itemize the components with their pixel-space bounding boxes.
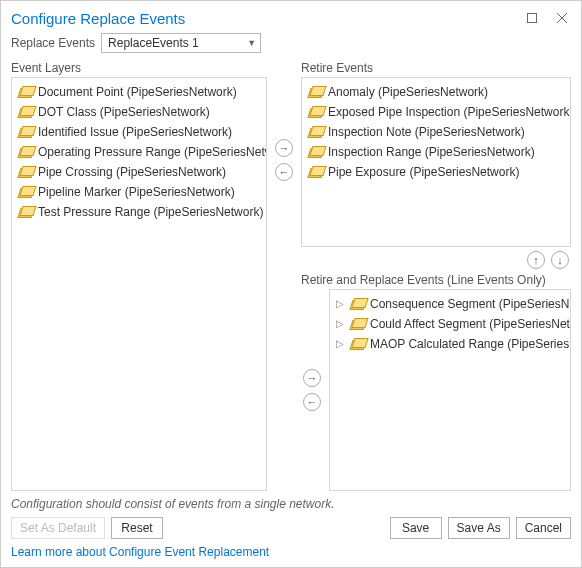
close-button[interactable] — [547, 8, 577, 28]
learn-more-link[interactable]: Learn more about Configure Event Replace… — [11, 545, 269, 559]
list-item[interactable]: Document Point (PipeSeriesNetwork) — [14, 82, 264, 102]
layer-icon — [18, 106, 32, 118]
list-item[interactable]: Exposed Pipe Inspection (PipeSeriesNetwo… — [304, 102, 568, 122]
list-item-label: MAOP Calculated Range (PipeSeriesNetwork… — [370, 336, 571, 352]
layer-icon — [308, 126, 322, 138]
layer-icon — [308, 146, 322, 158]
expand-icon[interactable]: ▷ — [336, 316, 344, 332]
set-default-button[interactable]: Set As Default — [11, 517, 105, 539]
retire-events-header: Retire Events — [301, 61, 571, 77]
event-layers-listbox[interactable]: Document Point (PipeSeriesNetwork)DOT Cl… — [11, 77, 267, 491]
list-item-label: Could Affect Segment (PipeSeriesNetwork) — [370, 316, 571, 332]
helper-text: Configuration should consist of events f… — [1, 491, 581, 515]
list-item[interactable]: Test Pressure Range (PipeSeriesNetwork) — [14, 202, 264, 222]
arrow-up-icon: ↑ — [533, 255, 539, 266]
event-layers-header: Event Layers — [11, 61, 267, 77]
right-column: Retire Events Anomaly (PipeSeriesNetwork… — [301, 61, 571, 491]
dialog-title: Configure Replace Events — [11, 10, 517, 27]
arrow-right-icon: → — [307, 373, 318, 384]
layer-icon — [308, 106, 322, 118]
list-item-label: Inspection Range (PipeSeriesNetwork) — [328, 144, 535, 160]
maximize-button[interactable] — [517, 8, 547, 28]
layer-icon — [18, 126, 32, 138]
save-button[interactable]: Save — [390, 517, 442, 539]
list-item[interactable]: ▷MAOP Calculated Range (PipeSeriesNetwor… — [332, 334, 568, 354]
list-item[interactable]: Pipe Crossing (PipeSeriesNetwork) — [14, 162, 264, 182]
list-item[interactable]: ▷Could Affect Segment (PipeSeriesNetwork… — [332, 314, 568, 334]
list-item[interactable]: Pipe Exposure (PipeSeriesNetwork) — [304, 162, 568, 182]
layer-icon — [18, 86, 32, 98]
move-left-button[interactable]: ← — [275, 163, 293, 181]
layer-icon — [18, 206, 32, 218]
main-panes: Event Layers Document Point (PipeSeriesN… — [1, 61, 581, 491]
retire-events-listbox[interactable]: Anomaly (PipeSeriesNetwork)Exposed Pipe … — [301, 77, 571, 247]
maximize-icon — [527, 13, 537, 23]
transfer-arrows-bottom: → ← — [301, 289, 323, 491]
move-down-button[interactable]: ↓ — [551, 251, 569, 269]
replace-events-label: Replace Events — [11, 36, 95, 50]
list-item[interactable]: Operating Pressure Range (PipeSeriesNetw… — [14, 142, 264, 162]
arrow-left-icon: ← — [307, 397, 318, 408]
transfer-arrows-top: → ← — [273, 61, 295, 491]
list-item[interactable]: Inspection Range (PipeSeriesNetwork) — [304, 142, 568, 162]
layer-icon — [308, 166, 322, 178]
list-item-label: Exposed Pipe Inspection (PipeSeriesNetwo… — [328, 104, 571, 120]
list-item[interactable]: Identified Issue (PipeSeriesNetwork) — [14, 122, 264, 142]
event-layers-column: Event Layers Document Point (PipeSeriesN… — [11, 61, 267, 491]
layer-icon — [18, 166, 32, 178]
retire-replace-row: → ← ▷Consequence Segment (PipeSeriesNetw… — [301, 289, 571, 491]
list-item[interactable]: Inspection Note (PipeSeriesNetwork) — [304, 122, 568, 142]
arrow-down-icon: ↓ — [557, 255, 563, 266]
list-item-label: DOT Class (PipeSeriesNetwork) — [38, 104, 210, 120]
footer-buttons: Set As Default Reset Save Save As Cancel — [1, 515, 581, 545]
move-left-button-2[interactable]: ← — [303, 393, 321, 411]
configure-replace-events-dialog: Configure Replace Events Replace Events … — [0, 0, 582, 568]
list-item[interactable]: Anomaly (PipeSeriesNetwork) — [304, 82, 568, 102]
replace-events-combobox[interactable]: ReplaceEvents 1 ▼ — [101, 33, 261, 53]
replace-events-selected: ReplaceEvents 1 — [108, 36, 199, 50]
layer-icon — [18, 186, 32, 198]
move-right-button[interactable]: → — [275, 139, 293, 157]
layer-icon — [350, 298, 364, 310]
list-item-label: Anomaly (PipeSeriesNetwork) — [328, 84, 488, 100]
retire-replace-header: Retire and Replace Events (Line Events O… — [301, 273, 571, 289]
list-item-label: Pipeline Marker (PipeSeriesNetwork) — [38, 184, 235, 200]
chevron-down-icon: ▼ — [247, 38, 256, 48]
expand-icon[interactable]: ▷ — [336, 296, 344, 312]
list-item-label: Operating Pressure Range (PipeSeriesNetw… — [38, 144, 267, 160]
list-item-label: Pipe Crossing (PipeSeriesNetwork) — [38, 164, 226, 180]
retire-replace-listbox[interactable]: ▷Consequence Segment (PipeSeriesNetwork)… — [329, 289, 571, 491]
svg-rect-0 — [528, 14, 537, 23]
list-item-label: Identified Issue (PipeSeriesNetwork) — [38, 124, 232, 140]
titlebar: Configure Replace Events — [1, 1, 581, 29]
list-item[interactable]: ▷Consequence Segment (PipeSeriesNetwork) — [332, 294, 568, 314]
layer-icon — [350, 338, 364, 350]
list-item-label: Pipe Exposure (PipeSeriesNetwork) — [328, 164, 519, 180]
layer-icon — [18, 146, 32, 158]
cancel-button[interactable]: Cancel — [516, 517, 571, 539]
list-item-label: Inspection Note (PipeSeriesNetwork) — [328, 124, 525, 140]
list-item-label: Document Point (PipeSeriesNetwork) — [38, 84, 237, 100]
list-item[interactable]: DOT Class (PipeSeriesNetwork) — [14, 102, 264, 122]
save-as-button[interactable]: Save As — [448, 517, 510, 539]
list-item-label: Consequence Segment (PipeSeriesNetwork) — [370, 296, 571, 312]
replace-events-selector-row: Replace Events ReplaceEvents 1 ▼ — [1, 29, 581, 61]
list-item-label: Test Pressure Range (PipeSeriesNetwork) — [38, 204, 263, 220]
layer-icon — [350, 318, 364, 330]
list-item[interactable]: Pipeline Marker (PipeSeriesNetwork) — [14, 182, 264, 202]
reorder-buttons: ↑ ↓ — [301, 247, 571, 273]
move-right-button-2[interactable]: → — [303, 369, 321, 387]
reset-button[interactable]: Reset — [111, 517, 163, 539]
arrow-right-icon: → — [279, 143, 290, 154]
layer-icon — [308, 86, 322, 98]
expand-icon[interactable]: ▷ — [336, 336, 344, 352]
move-up-button[interactable]: ↑ — [527, 251, 545, 269]
close-icon — [557, 13, 567, 23]
arrow-left-icon: ← — [279, 167, 290, 178]
help-link-row: Learn more about Configure Event Replace… — [1, 545, 581, 567]
